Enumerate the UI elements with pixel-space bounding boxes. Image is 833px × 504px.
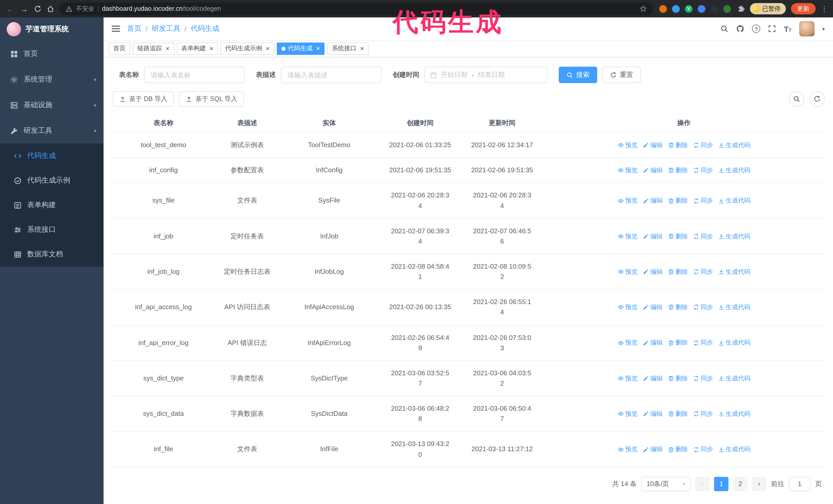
- forward-button[interactable]: →: [20, 4, 29, 13]
- page-button-1[interactable]: 1: [714, 477, 729, 491]
- delete-action-link[interactable]: 删除: [668, 232, 688, 241]
- download-action-link[interactable]: 生成代码: [718, 267, 750, 277]
- hamburger-icon[interactable]: [112, 26, 120, 32]
- sidebar-subitem[interactable]: 代码生成: [0, 144, 103, 168]
- eye-action-link[interactable]: 预览: [617, 409, 638, 418]
- goto-page-input[interactable]: [789, 477, 810, 491]
- profile-chip[interactable]: 已暂停: [750, 3, 786, 14]
- chevron-down-icon[interactable]: ▾: [822, 26, 825, 31]
- sync-action-link[interactable]: 同步: [693, 374, 713, 383]
- sidebar-item[interactable]: 研发工具▾: [0, 118, 103, 144]
- delete-action-link[interactable]: 删除: [668, 409, 688, 418]
- toggle-search-button[interactable]: [789, 91, 804, 106]
- extension-icon-1[interactable]: [659, 5, 667, 13]
- reload-button[interactable]: [34, 5, 42, 13]
- eye-action-link[interactable]: 预览: [617, 232, 638, 241]
- tab[interactable]: 代码生成示例×: [220, 42, 274, 55]
- download-action-link[interactable]: 生成代码: [718, 196, 750, 206]
- download-action-link[interactable]: 生成代码: [718, 303, 750, 312]
- sync-action-link[interactable]: 同步: [693, 303, 713, 312]
- eye-action-link[interactable]: 预览: [617, 374, 638, 383]
- refresh-table-button[interactable]: [809, 91, 825, 106]
- edit-action-link[interactable]: 编辑: [643, 166, 663, 175]
- tab[interactable]: 系统接口×: [327, 42, 368, 55]
- tab[interactable]: 首页: [109, 42, 130, 55]
- extension-icon-2[interactable]: [672, 5, 680, 13]
- prev-page-button[interactable]: ‹: [695, 477, 710, 491]
- delete-action-link[interactable]: 删除: [668, 196, 688, 206]
- sync-action-link[interactable]: 同步: [693, 267, 713, 277]
- edit-action-link[interactable]: 编辑: [643, 374, 663, 383]
- table-desc-input[interactable]: [281, 67, 381, 83]
- search-button[interactable]: 搜索: [559, 67, 597, 83]
- close-icon[interactable]: ×: [360, 45, 364, 52]
- close-icon[interactable]: ×: [265, 45, 269, 52]
- delete-action-link[interactable]: 删除: [668, 141, 688, 150]
- eye-action-link[interactable]: 预览: [617, 141, 638, 150]
- delete-action-link[interactable]: 删除: [668, 166, 688, 175]
- download-action-link[interactable]: 生成代码: [718, 232, 750, 241]
- browser-menu-kebab-icon[interactable]: ⋮: [821, 5, 828, 13]
- close-icon[interactable]: ×: [316, 45, 320, 52]
- address-bar[interactable]: 不安全 dashboard.yudao.iocoder.cn/tool/code…: [60, 2, 653, 15]
- sync-action-link[interactable]: 同步: [693, 196, 713, 206]
- edit-action-link[interactable]: 编辑: [643, 445, 663, 454]
- edit-action-link[interactable]: 编辑: [643, 141, 663, 150]
- update-button[interactable]: 更新: [791, 3, 815, 14]
- help-icon[interactable]: ?: [752, 25, 760, 33]
- sync-action-link[interactable]: 同步: [693, 445, 713, 454]
- page-size-select[interactable]: 10条/页 ▾: [641, 477, 690, 491]
- download-action-link[interactable]: 生成代码: [718, 409, 750, 418]
- eye-action-link[interactable]: 预览: [617, 166, 638, 175]
- delete-action-link[interactable]: 删除: [668, 338, 688, 347]
- bookmark-star-icon[interactable]: [640, 5, 647, 12]
- breadcrumb-item[interactable]: 代码生成: [191, 24, 219, 33]
- download-action-link[interactable]: 生成代码: [718, 338, 750, 347]
- tab[interactable]: 链路追踪×: [133, 42, 174, 55]
- fullscreen-icon[interactable]: [768, 25, 776, 33]
- sync-action-link[interactable]: 同步: [693, 409, 713, 418]
- sidebar-item[interactable]: 系统管理▾: [0, 67, 103, 92]
- tab[interactable]: 代码生成×: [277, 42, 325, 55]
- download-action-link[interactable]: 生成代码: [718, 374, 750, 383]
- download-action-link[interactable]: 生成代码: [718, 445, 750, 454]
- sidebar-subitem[interactable]: 数据库文档: [0, 242, 103, 267]
- extension-icon-3[interactable]: V: [685, 5, 693, 13]
- close-icon[interactable]: ×: [166, 45, 169, 52]
- edit-action-link[interactable]: 编辑: [643, 232, 663, 241]
- eye-action-link[interactable]: 预览: [617, 267, 638, 277]
- next-page-button[interactable]: ›: [752, 477, 766, 491]
- eye-action-link[interactable]: 预览: [617, 196, 638, 206]
- font-size-icon[interactable]: TT: [784, 25, 791, 32]
- date-range-picker[interactable]: 开始日期 - 结束日期: [425, 67, 547, 83]
- extension-icon-6[interactable]: [723, 5, 731, 13]
- sidebar-item[interactable]: 基础设施▾: [0, 92, 103, 118]
- sidebar-subitem[interactable]: 系统接口: [0, 217, 103, 242]
- sidebar-item[interactable]: 首页: [0, 41, 103, 67]
- download-action-link[interactable]: 生成代码: [718, 141, 750, 150]
- eye-action-link[interactable]: 预览: [617, 303, 638, 312]
- edit-action-link[interactable]: 编辑: [643, 267, 663, 277]
- import-db-button[interactable]: 基于 DB 导入: [113, 91, 174, 106]
- browser-home-button[interactable]: [47, 5, 54, 13]
- delete-action-link[interactable]: 删除: [668, 445, 688, 454]
- import-sql-button[interactable]: 基于 SQL 导入: [179, 91, 244, 106]
- sync-action-link[interactable]: 同步: [693, 141, 713, 150]
- sidebar-subitem[interactable]: 代码生成示例: [0, 168, 103, 193]
- table-name-input[interactable]: [144, 67, 244, 83]
- sync-action-link[interactable]: 同步: [693, 232, 713, 241]
- breadcrumb-item[interactable]: 首页: [127, 24, 142, 33]
- delete-action-link[interactable]: 删除: [668, 267, 688, 277]
- user-avatar[interactable]: [799, 21, 814, 37]
- search-icon[interactable]: [720, 25, 729, 33]
- eye-action-link[interactable]: 预览: [617, 338, 638, 347]
- sidebar-subitem[interactable]: 表单构建: [0, 193, 103, 217]
- edit-action-link[interactable]: 编辑: [643, 196, 663, 206]
- close-icon[interactable]: ×: [209, 45, 213, 52]
- extensions-puzzle-icon[interactable]: [737, 5, 745, 13]
- extension-icon-5[interactable]: [711, 5, 718, 13]
- sync-action-link[interactable]: 同步: [693, 166, 713, 175]
- sync-action-link[interactable]: 同步: [693, 338, 713, 347]
- breadcrumb-item[interactable]: 研发工具: [152, 24, 181, 33]
- edit-action-link[interactable]: 编辑: [643, 303, 663, 312]
